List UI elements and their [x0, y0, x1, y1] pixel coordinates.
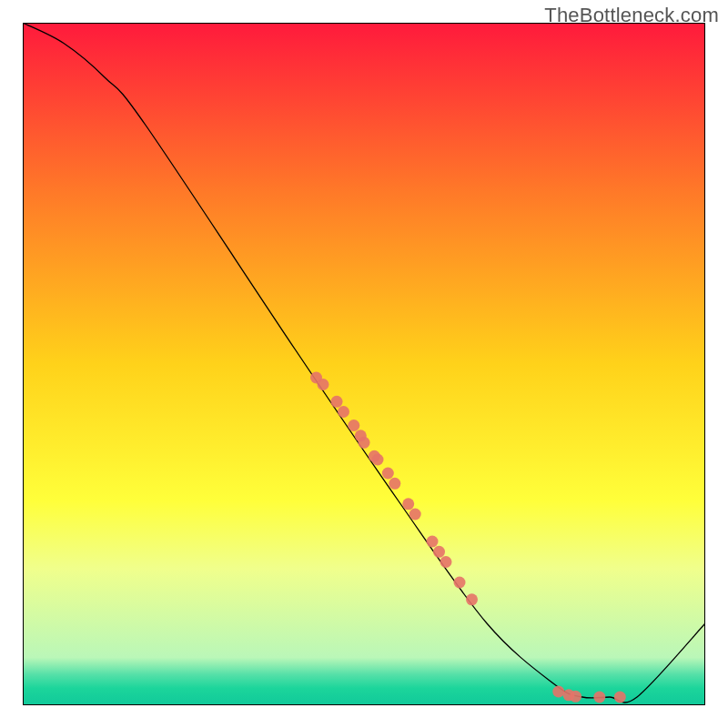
chart-svg	[23, 23, 705, 705]
data-point	[359, 437, 370, 449]
data-point	[382, 468, 394, 480]
data-point	[433, 546, 445, 558]
data-point	[454, 577, 466, 589]
data-point	[427, 536, 439, 548]
data-point	[593, 692, 605, 703]
data-point	[338, 406, 349, 418]
data-point	[348, 420, 359, 431]
chart-background	[23, 23, 705, 705]
data-point	[440, 556, 452, 568]
plot-area	[23, 23, 705, 705]
data-point	[331, 396, 343, 408]
data-point	[552, 686, 564, 698]
bottleneck-chart: TheBottleneck.com	[0, 0, 728, 728]
data-point	[570, 691, 581, 703]
data-point	[389, 478, 400, 490]
data-point	[402, 498, 414, 510]
data-point	[466, 593, 478, 605]
data-point	[372, 454, 384, 466]
data-point	[614, 692, 626, 703]
data-point	[410, 509, 421, 521]
data-point	[318, 379, 329, 390]
watermark-label: TheBottleneck.com	[544, 4, 719, 27]
